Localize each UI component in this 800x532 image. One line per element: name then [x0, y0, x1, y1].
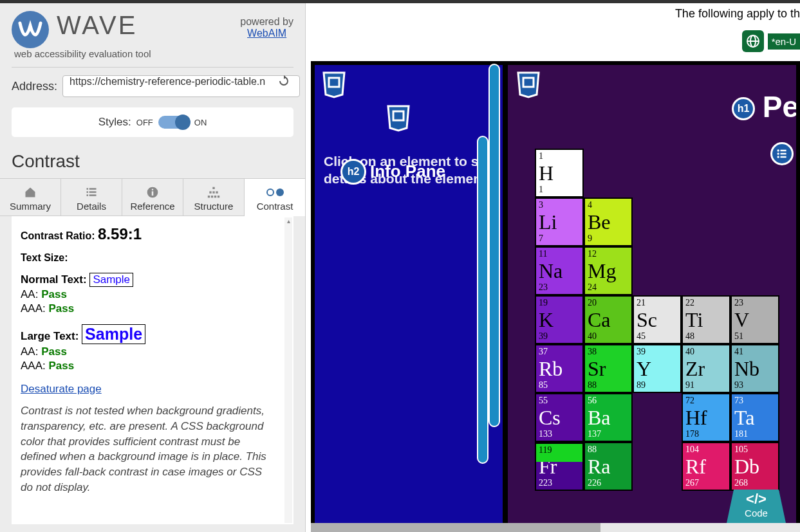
app-subtitle: web accessibility evaluation tool [0, 48, 305, 64]
address-label: Address: [12, 80, 57, 93]
svg-rect-10 [209, 191, 211, 193]
html5-icon [514, 70, 543, 101]
webaim-link[interactable]: WebAIM [247, 28, 286, 39]
svg-rect-15 [214, 196, 216, 197]
structure-bar [477, 136, 488, 464]
info-pane-title: Info Pane [370, 161, 445, 181]
element-cell[interactable]: 37Rb85 [535, 344, 584, 393]
contrast-icon [245, 184, 305, 201]
h1-badge[interactable]: h1 [732, 97, 755, 120]
element-cell-fragment[interactable]: 119 [535, 443, 584, 462]
svg-rect-4 [87, 194, 89, 196]
element-cell[interactable]: 19K39 [535, 295, 584, 344]
page-title-fragment: Pe [763, 89, 796, 124]
element-cell[interactable]: 55Cs133 [535, 393, 584, 442]
address-input[interactable]: https://chemistry-reference-periodic-tab… [62, 75, 300, 97]
wave-sidebar: WAVE powered by WebAIM web accessibility… [0, 3, 306, 532]
refresh-button[interactable] [274, 75, 293, 97]
element-cell[interactable]: 38Sr88 [584, 344, 633, 393]
svg-rect-9 [212, 187, 214, 189]
html5-icon [384, 104, 413, 134]
section-title: Contrast [0, 142, 305, 178]
wave-logo-icon [12, 11, 49, 48]
element-cell[interactable]: 104Rf267 [682, 442, 730, 491]
svg-rect-2 [87, 191, 89, 193]
element-cell[interactable]: 105Db268 [730, 442, 779, 491]
contrast-note: Contrast is not tested when background g… [21, 403, 284, 495]
code-icon: </> [727, 491, 786, 508]
info-pane: Click on an element to see details about… [315, 65, 508, 528]
element-cell[interactable]: 23V51 [730, 295, 779, 344]
element-cell[interactable]: 3Li7 [535, 197, 584, 246]
tab-structure[interactable]: Structure [183, 179, 245, 216]
desaturate-link[interactable]: Desaturate page [21, 383, 102, 396]
html5-icon [320, 70, 348, 101]
lang-badge: *en-U [768, 33, 800, 50]
element-cell[interactable]: 1H1 [535, 149, 584, 197]
element-cell[interactable]: 11Na23 [535, 246, 584, 295]
lang-notice: The following apply to th [675, 7, 800, 21]
tree-icon [183, 184, 244, 201]
globe-icon[interactable] [742, 30, 764, 52]
h2-badge[interactable]: h2 [340, 159, 366, 185]
element-cell[interactable]: 40Zr91 [682, 344, 730, 393]
element-cell[interactable]: 22Ti48 [682, 295, 730, 344]
periodic-table: 1H13Li74Be911Na2312Mg2419K3920Ca4021Sc45… [535, 149, 779, 491]
svg-rect-3 [89, 191, 97, 193]
code-tab[interactable]: </> Code [727, 490, 786, 523]
svg-rect-5 [89, 194, 97, 196]
element-cell[interactable]: 88Ra226 [584, 442, 633, 491]
svg-rect-14 [211, 196, 213, 197]
element-cell[interactable]: 41Nb93 [730, 344, 779, 393]
svg-rect-12 [216, 191, 218, 193]
element-cell[interactable]: 4Be9 [584, 197, 633, 246]
periodic-table-pane: h1 Pe 1H13Li74Be911Na2312Mg2419K3920Ca40… [508, 65, 796, 528]
tab-reference[interactable]: Reference [122, 179, 183, 216]
structure-bar [488, 64, 500, 427]
large-sample: Sample [82, 324, 145, 344]
contrast-ratio-value: 8.59:1 [98, 225, 142, 243]
page-preview: The following apply to th *en-U Click on… [306, 3, 800, 532]
svg-rect-13 [208, 196, 210, 197]
powered-by: powered by WebAIM [240, 11, 293, 39]
svg-rect-0 [87, 188, 89, 190]
horizontal-scrollbar[interactable] [311, 523, 800, 532]
element-cell[interactable]: 21Sc45 [633, 295, 682, 344]
normal-sample: Sample [89, 273, 133, 287]
app-title: WAVE [57, 11, 137, 40]
svg-rect-26 [781, 153, 786, 155]
svg-rect-11 [212, 191, 214, 193]
svg-rect-8 [152, 191, 154, 196]
element-cell[interactable]: 20Ca40 [584, 295, 633, 344]
element-cell[interactable]: 12Mg24 [584, 246, 633, 295]
styles-toggle[interactable] [158, 116, 189, 129]
svg-rect-28 [781, 156, 786, 158]
home-icon [0, 184, 60, 201]
info-icon [122, 184, 183, 201]
svg-rect-24 [781, 150, 786, 152]
svg-rect-1 [89, 188, 97, 190]
element-cell[interactable]: 39Y89 [633, 344, 682, 393]
element-cell[interactable]: 73Ta181 [730, 393, 779, 442]
element-cell[interactable]: 72Hf178 [682, 393, 730, 442]
panel-scrollbar[interactable]: ▴ [284, 217, 292, 523]
list-icon [61, 184, 122, 201]
tab-contrast[interactable]: Contrast [245, 179, 305, 216]
styles-toggle-row: Styles: OFF ON [12, 107, 293, 137]
svg-point-7 [152, 189, 154, 191]
tab-summary[interactable]: Summary [0, 179, 61, 216]
contrast-panel: Contrast Ratio: 8.59:1 Text Size: Normal… [12, 216, 293, 524]
svg-rect-16 [218, 196, 219, 197]
tab-details[interactable]: Details [61, 179, 122, 216]
element-cell[interactable]: 56Ba137 [584, 393, 633, 442]
sidebar-tabs: Summary Details Reference Structure Cont… [0, 178, 305, 216]
